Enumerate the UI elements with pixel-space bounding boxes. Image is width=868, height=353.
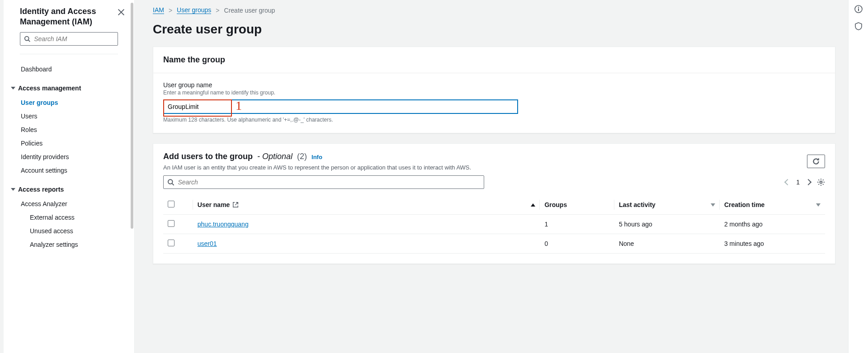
- cell-groups: 1: [540, 215, 614, 234]
- breadcrumb-iam[interactable]: IAM: [153, 6, 164, 14]
- add-users-heading: Add users to the group: [163, 152, 253, 161]
- user-search[interactable]: [163, 175, 484, 189]
- col-last-activity[interactable]: Last activity: [619, 201, 656, 208]
- col-groups[interactable]: Groups: [544, 201, 567, 208]
- search-icon: [24, 35, 30, 42]
- group-name-hint: Maximum 128 characters. Use alphanumeric…: [163, 117, 825, 123]
- chevron-right-icon: >: [169, 7, 172, 14]
- info-link[interactable]: Info: [311, 154, 322, 160]
- cell-creation-time: 3 minutes ago: [720, 234, 825, 254]
- nav-section-access-management[interactable]: Access management: [4, 80, 134, 96]
- group-name-description: Enter a meaningful name to identify this…: [163, 89, 825, 96]
- gear-icon[interactable]: [817, 178, 825, 186]
- svg-line-1: [28, 40, 30, 42]
- group-name-input[interactable]: [163, 99, 518, 114]
- add-users-description: An IAM user is an entity that you create…: [163, 164, 471, 171]
- add-users-panel: Add users to the group - Optional (2) In…: [153, 143, 835, 264]
- nav-access-analyzer[interactable]: Access Analyzer: [4, 197, 134, 211]
- users-table: User name Groups Last activity: [163, 195, 825, 254]
- user-link[interactable]: phuc.truongquang: [198, 221, 249, 228]
- info-icon[interactable]: [854, 5, 863, 14]
- user-link[interactable]: user01: [198, 240, 217, 247]
- sidebar-search-input[interactable]: [34, 35, 114, 42]
- main-content: IAM > User groups > Create user group Cr…: [135, 0, 848, 353]
- breadcrumb-current: Create user group: [224, 7, 275, 14]
- cell-last-activity: None: [614, 234, 720, 254]
- cell-creation-time: 2 months ago: [720, 215, 825, 234]
- svg-point-0: [25, 36, 29, 40]
- select-all-checkbox[interactable]: [168, 201, 175, 207]
- refresh-button[interactable]: [807, 155, 825, 168]
- close-icon[interactable]: [117, 8, 125, 16]
- nav-roles[interactable]: Roles: [4, 123, 134, 136]
- chevron-right-icon: >: [216, 7, 219, 14]
- breadcrumb: IAM > User groups > Create user group: [153, 6, 835, 14]
- breadcrumb-user-groups[interactable]: User groups: [177, 6, 211, 14]
- nav-analyzer-settings[interactable]: Analyzer settings: [4, 238, 134, 251]
- svg-rect-7: [858, 9, 859, 11]
- external-link-icon: [232, 202, 239, 208]
- row-checkbox[interactable]: [168, 220, 175, 227]
- svg-point-4: [820, 181, 822, 184]
- sidebar: Identity and Access Management (IAM) Das…: [4, 0, 135, 353]
- nav-dashboard[interactable]: Dashboard: [4, 62, 134, 76]
- name-group-panel: Name the group User group name Enter a m…: [153, 47, 835, 133]
- col-username[interactable]: User name: [198, 201, 230, 208]
- row-checkbox[interactable]: [168, 240, 175, 246]
- sort-icon[interactable]: [816, 203, 821, 207]
- chevron-down-icon: [11, 188, 15, 191]
- chevron-down-icon: [11, 87, 15, 89]
- add-users-optional: - Optional: [257, 152, 292, 161]
- nav-policies[interactable]: Policies: [4, 136, 134, 150]
- user-search-input[interactable]: [178, 179, 480, 186]
- sidebar-search[interactable]: [20, 32, 118, 46]
- nav-users[interactable]: Users: [4, 109, 134, 123]
- sidebar-title: Identity and Access Management (IAM): [20, 6, 117, 28]
- pagination: 1: [785, 178, 825, 186]
- table-row: user01 0 None 3 minutes ago: [163, 234, 825, 254]
- nav-user-groups[interactable]: User groups: [4, 96, 134, 109]
- add-users-count: (2): [297, 152, 307, 161]
- page-prev-icon[interactable]: [784, 179, 791, 185]
- page-next-icon[interactable]: [805, 179, 811, 185]
- sort-icon[interactable]: [711, 203, 715, 207]
- sidebar-scrollbar[interactable]: [131, 3, 133, 229]
- table-row: phuc.truongquang 1 5 hours ago 2 months …: [163, 215, 825, 234]
- page-number: 1: [796, 179, 800, 186]
- shield-icon[interactable]: [854, 22, 863, 31]
- nav-unused-access[interactable]: Unused access: [4, 224, 134, 238]
- cell-last-activity: 5 hours ago: [614, 215, 720, 234]
- cell-groups: 0: [540, 234, 614, 254]
- svg-point-2: [168, 179, 173, 184]
- nav-identity-providers[interactable]: Identity providers: [4, 150, 134, 164]
- svg-line-3: [172, 184, 174, 185]
- annotation-marker: 1: [236, 99, 242, 113]
- nav-external-access[interactable]: External access: [4, 211, 134, 224]
- group-name-label: User group name: [163, 81, 825, 89]
- nav-section-label: Access management: [18, 85, 81, 92]
- sort-asc-icon[interactable]: [531, 203, 535, 207]
- nav-section-label: Access reports: [18, 186, 64, 193]
- page-title: Create user group: [153, 22, 835, 37]
- nav-section-access-reports[interactable]: Access reports: [4, 182, 134, 197]
- svg-point-6: [858, 7, 859, 8]
- right-rail: [848, 0, 868, 353]
- nav-account-settings[interactable]: Account settings: [4, 164, 134, 177]
- col-creation-time[interactable]: Creation time: [724, 201, 764, 208]
- name-group-heading: Name the group: [163, 55, 225, 65]
- search-icon: [167, 179, 174, 186]
- refresh-icon: [812, 157, 820, 165]
